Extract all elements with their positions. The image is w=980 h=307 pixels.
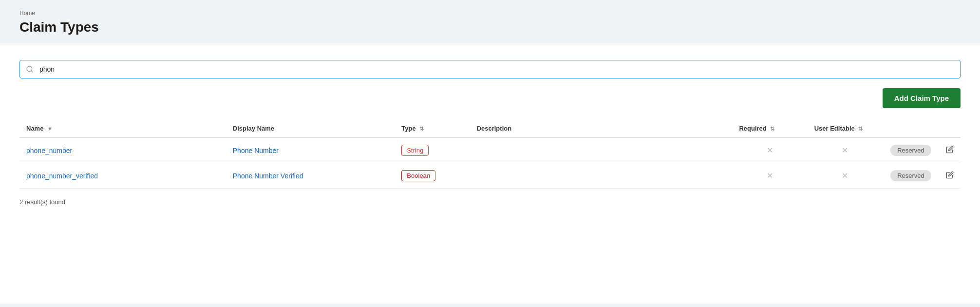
cell-required: ✕ xyxy=(732,163,807,189)
x-mark-icon: ✕ xyxy=(767,146,773,155)
display-name-link[interactable]: Phone Number xyxy=(233,147,279,154)
type-badge: String xyxy=(401,145,429,156)
reserved-badge: Reserved xyxy=(890,170,931,181)
cell-description xyxy=(470,137,733,163)
sort-type-icon: ⇅ xyxy=(419,126,424,132)
x-mark-icon: ✕ xyxy=(767,171,773,180)
sort-user-editable-icon: ⇅ xyxy=(858,126,863,132)
search-icon xyxy=(20,60,39,78)
page-content: Add Claim Type Name ▼ Display Name Type … xyxy=(0,45,980,304)
cell-type: String xyxy=(395,137,470,163)
column-header-reserved xyxy=(883,120,939,137)
table-row: phone_number Phone Number String ✕ ✕ Res… xyxy=(19,137,961,163)
column-header-display-name: Display Name xyxy=(226,120,395,137)
cell-description xyxy=(470,163,733,189)
table-header: Name ▼ Display Name Type ⇅ Description R… xyxy=(19,120,961,137)
cell-required: ✕ xyxy=(732,137,807,163)
column-header-name[interactable]: Name ▼ xyxy=(19,120,226,137)
svg-line-1 xyxy=(31,71,33,72)
toolbar: Add Claim Type xyxy=(19,88,961,108)
results-count: 2 result(s) found xyxy=(19,198,961,206)
x-mark-icon: ✕ xyxy=(842,171,848,180)
column-header-type[interactable]: Type ⇅ xyxy=(395,120,470,137)
breadcrumb[interactable]: Home xyxy=(19,10,961,17)
column-header-required[interactable]: Required ⇅ xyxy=(732,120,807,137)
cell-display-name: Phone Number Verified xyxy=(226,163,395,189)
claim-types-table: Name ▼ Display Name Type ⇅ Description R… xyxy=(19,120,961,189)
edit-icon[interactable] xyxy=(946,147,954,155)
column-header-user-editable[interactable]: User Editable ⇅ xyxy=(808,120,883,137)
display-name-link[interactable]: Phone Number Verified xyxy=(233,172,303,180)
cell-type: Boolean xyxy=(395,163,470,189)
cell-name: phone_number_verified xyxy=(19,163,226,189)
x-mark-icon: ✕ xyxy=(842,146,848,155)
cell-actions xyxy=(939,137,961,163)
table-body: phone_number Phone Number String ✕ ✕ Res… xyxy=(19,137,961,189)
column-header-description: Description xyxy=(470,120,733,137)
name-link[interactable]: phone_number_verified xyxy=(26,172,98,180)
cell-name: phone_number xyxy=(19,137,226,163)
search-input-container xyxy=(19,60,961,78)
column-header-actions xyxy=(939,120,961,137)
type-badge: Boolean xyxy=(401,170,435,181)
page-title: Claim Types xyxy=(19,19,961,35)
sort-name-icon: ▼ xyxy=(47,126,53,132)
add-claim-type-button[interactable]: Add Claim Type xyxy=(883,88,961,108)
cell-display-name: Phone Number xyxy=(226,137,395,163)
reserved-badge: Reserved xyxy=(890,145,931,156)
table-row: phone_number_verified Phone Number Verif… xyxy=(19,163,961,189)
search-input[interactable] xyxy=(39,60,960,78)
edit-icon[interactable] xyxy=(946,172,954,180)
cell-reserved: Reserved xyxy=(883,137,939,163)
cell-user-editable: ✕ xyxy=(808,163,883,189)
sort-required-icon: ⇅ xyxy=(770,126,774,132)
cell-user-editable: ✕ xyxy=(808,137,883,163)
search-bar-wrapper xyxy=(19,60,961,78)
page-header: Home Claim Types xyxy=(0,0,980,45)
cell-actions xyxy=(939,163,961,189)
cell-reserved: Reserved xyxy=(883,163,939,189)
name-link[interactable]: phone_number xyxy=(26,147,72,154)
